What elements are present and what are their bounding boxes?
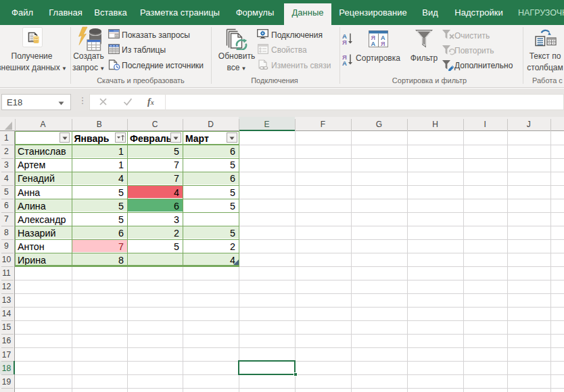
svg-text:А: А — [381, 34, 385, 41]
svg-text:А: А — [371, 41, 376, 47]
svg-text:Я: Я — [342, 39, 347, 45]
svg-text:Я: Я — [371, 34, 375, 41]
svg-text:Я: Я — [381, 41, 385, 47]
